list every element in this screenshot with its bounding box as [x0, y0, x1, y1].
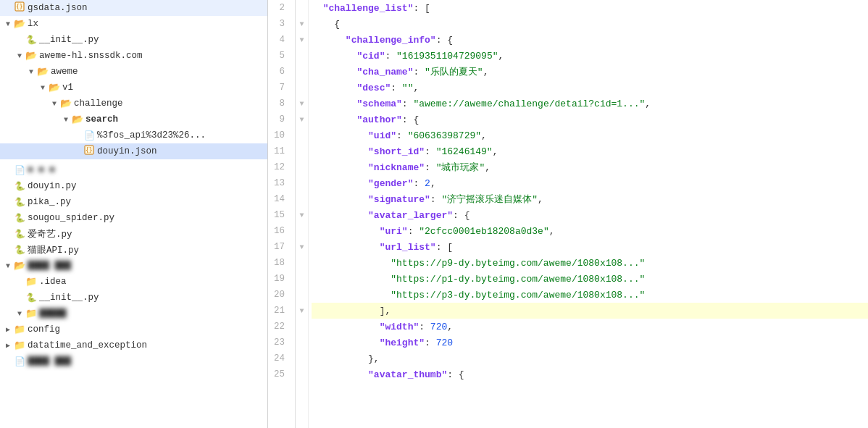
file-tree[interactable]: {}gsdata.json▼📂lx🐍__init__.py▼📂aweme-hl.… [0, 0, 268, 428]
tree-item-challenge[interactable]: ▼📂challenge [0, 96, 267, 112]
json-punct: : { [447, 369, 464, 380]
line-numbers: 2345678910111213141516171819202122232425 [268, 0, 296, 428]
json-punct [312, 226, 380, 237]
tree-item-aweme-hl[interactable]: ▼📂aweme-hl.snssdk.com [0, 48, 267, 64]
line-num-7: 7 [274, 80, 289, 96]
json-punct [312, 274, 391, 285]
json-punct: : [ [413, 3, 430, 14]
json-punct: : [385, 51, 396, 62]
fold-btn-3[interactable]: ▼ [296, 16, 308, 32]
json-punct: : [402, 98, 414, 109]
fold-btn-16 [296, 223, 308, 239]
line-num-10: 10 [274, 127, 289, 143]
tree-label-datatime: datatime_and_exception [28, 340, 147, 351]
json-punct: : [419, 322, 430, 332]
json-string: "2cfcc0001eb18208a0d3e" [419, 226, 548, 237]
code-line-9: "author": { [312, 112, 868, 127]
line-num-8: 8 [274, 96, 289, 112]
code-line-11: "short_id": "16246149", [312, 143, 868, 159]
tree-icon-lx: 📂 [13, 18, 26, 30]
fold-btn-15[interactable]: ▼ [296, 207, 308, 223]
tree-label-douyin-json: douyin.json [97, 146, 157, 156]
json-punct: : [408, 226, 420, 237]
json-punct: : [425, 146, 436, 157]
tree-item-douyin-json[interactable]: {}douyin.json [0, 143, 267, 159]
fold-btn-19 [296, 271, 308, 287]
code-line-15: "avatar_larger": { [312, 207, 868, 223]
fold-btn-17[interactable]: ▼ [296, 239, 308, 255]
tree-item-sougou[interactable]: 🐍sougou_spider.py [0, 210, 267, 226]
code-line-21: ], [312, 303, 868, 319]
tree-label-sougou: sougou_spider.py [28, 213, 114, 223]
line-num-22: 22 [274, 319, 289, 335]
fold-btn-11 [296, 143, 308, 159]
line-num-16: 16 [274, 223, 289, 239]
tree-label-lx-init: __init__.py [39, 35, 99, 45]
fold-gutter: ▼▼▼▼▼▼▼ [296, 0, 309, 428]
json-punct: , [430, 178, 436, 189]
json-punct: : { [436, 35, 453, 46]
fold-btn-8[interactable]: ▼ [296, 96, 308, 112]
json-key: "url_list" [380, 242, 436, 253]
fold-btn-23 [296, 335, 308, 351]
json-punct [312, 114, 356, 125]
tree-label-aiqiyi: 爱奇艺.py [28, 228, 72, 240]
tree-item-search[interactable]: ▼📂search [0, 112, 267, 127]
tree-arrow-aweme: ▼ [26, 68, 36, 76]
tree-item-config[interactable]: ▶📁config [0, 322, 267, 337]
fold-btn-9[interactable]: ▼ [296, 112, 308, 127]
tree-item-blurred2[interactable]: ▼📁█████ [0, 306, 267, 322]
line-num-19: 19 [274, 271, 289, 287]
json-punct [312, 98, 356, 109]
json-punct: , [549, 226, 555, 237]
tree-item-file1[interactable]: 📄■ ■ ■ [0, 162, 267, 178]
json-string: "https://p3-dy.byteimg.com/aweme/1080x10… [391, 290, 645, 301]
tree-item-init2[interactable]: 🐍__init__.py [0, 290, 267, 306]
code-line-6: "cha_name": "乐队的夏天", [312, 64, 868, 80]
tree-item-idea[interactable]: 📁.idea [0, 274, 267, 290]
json-punct: , [645, 98, 651, 109]
tree-icon-challenge: 📂 [59, 98, 72, 109]
tree-label-init2: __init__.py [39, 293, 99, 303]
tree-item-v1[interactable]: ▼📂v1 [0, 80, 267, 96]
json-punct [312, 67, 356, 77]
tree-label-fos-api: %3fos_api%3d23%26... [97, 130, 206, 140]
json-punct: : { [453, 210, 470, 221]
json-punct: : [396, 130, 408, 141]
json-punct: ], [312, 306, 391, 316]
code-line-2: "challenge_list": [ [312, 0, 868, 16]
tree-item-aiqiyi[interactable]: 🐍爱奇艺.py [0, 226, 267, 242]
tree-item-gsdata-json[interactable]: {}gsdata.json [0, 0, 267, 16]
json-punct [312, 35, 346, 46]
tree-item-blurred1[interactable]: ▼📂████ ███ [0, 258, 267, 274]
tree-item-douyin-py[interactable]: 🐍douyin.py [0, 178, 267, 194]
json-punct [312, 194, 368, 205]
tree-item-pika[interactable]: 🐍pika_.py [0, 194, 267, 210]
code-line-10: "uid": "60636398729", [312, 127, 868, 143]
tree-item-maoyan[interactable]: 🐍猫眼API.py [0, 242, 267, 258]
tree-item-lx[interactable]: ▼📂lx [0, 16, 267, 32]
code-editor: 2345678910111213141516171819202122232425… [268, 0, 868, 428]
tree-item-aweme[interactable]: ▼📂aweme [0, 64, 267, 80]
json-punct [312, 162, 368, 173]
tree-label-douyin-py: douyin.py [28, 181, 77, 191]
code-line-3: { [312, 16, 868, 32]
tree-arrow-aweme-hl: ▼ [14, 52, 25, 60]
json-punct: }, [312, 353, 380, 364]
fold-btn-4[interactable]: ▼ [296, 32, 308, 48]
fold-btn-13 [296, 175, 308, 191]
line-num-23: 23 [274, 335, 289, 351]
json-string: "https://p9-dy.byteimg.com/aweme/1080x10… [391, 258, 645, 269]
json-key: "cid" [356, 51, 385, 62]
tree-item-fos-api[interactable]: 📄%3fos_api%3d23%26... [0, 127, 267, 143]
tree-icon-blurred3: 📄 [13, 356, 26, 367]
code-line-23: "height": 720 [312, 335, 868, 351]
tree-item-lx-init[interactable]: 🐍__init__.py [0, 32, 267, 48]
line-num-12: 12 [274, 159, 289, 175]
tree-item-blurred3[interactable]: 📄████ ███ [0, 353, 267, 369]
tree-item-datatime[interactable]: ▶📁datatime_and_exception [0, 337, 267, 353]
json-key: "author" [356, 114, 401, 125]
code-line-18: "https://p9-dy.byteimg.com/aweme/1080x10… [312, 255, 868, 271]
code-line-22: "width": 720, [312, 319, 868, 335]
fold-btn-21[interactable]: ▼ [296, 303, 308, 319]
